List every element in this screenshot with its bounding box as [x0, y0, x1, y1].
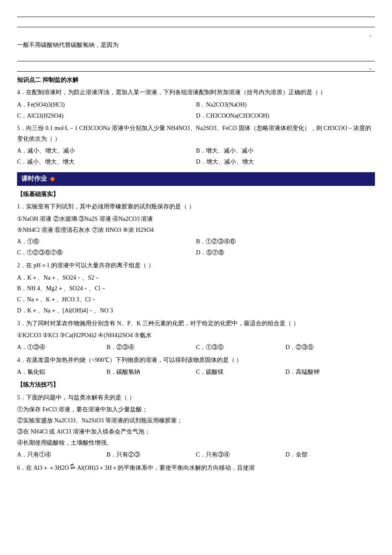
q5-option-c: C．减小、增大、增大: [17, 157, 196, 167]
section2-title: 知识点二 抑制盐的水解: [17, 75, 375, 85]
q4-options-cd: C．AlCl3(H2SO4) D．CH3COONa(CH3COOH): [17, 111, 375, 121]
q5b-item-2: ②实验室盛放 Na2CO3、Na2SiO3 等溶液的试剂瓶应用橡胶塞；: [17, 416, 375, 426]
q5b-item-3: ③在 NH4Cl 或 AlCl3 溶液中加入镁条会产生气泡；: [17, 427, 375, 437]
period-end-1: 。: [17, 29, 375, 39]
q2-option-c: C．Na＋、K＋、HCO 3、Cl－: [17, 295, 375, 305]
q2-option-d: D．K＋、Na＋、[Al(OH)4]－、NO 3: [17, 306, 375, 316]
q1-option-b: B．①②③④⑥: [196, 237, 375, 247]
q3-option-d: D．②③⑤: [285, 342, 375, 353]
q4-option-c: C．AlCl3(H2SO4): [17, 111, 196, 121]
q3-options: A．①③④ B．②③④ C．①③⑤ D．②③⑤: [17, 342, 375, 353]
q3-option-a: A．①③④: [17, 342, 107, 353]
q5b-option-b: B．只有②③: [107, 450, 196, 460]
intro-text: 一般不用碳酸钠代替碳酸氢钠，是因为: [17, 40, 375, 50]
top-line-1: [17, 9, 375, 17]
q5-option-d: D．增大、减小、增大: [196, 157, 375, 167]
question-3: 3．为了同时对某农作物施用分别含有 N、P、K 三种元素的化肥，对于给定的化肥中…: [17, 318, 375, 329]
q2-option-a: A．K＋、Na＋、SO24－、S2－: [17, 273, 375, 283]
q1-options-ab: A．①⑥ B．①②③④⑥: [17, 237, 375, 247]
section-basic: 【练基础落实】: [17, 189, 375, 199]
top-line-2: [17, 19, 375, 27]
q1-items2: ⑤NH4Cl 溶液 ⑥澄清石灰水 ⑦浓 HNO3 ⑧浓 H2SO4: [17, 225, 375, 235]
question-5b: 5．下面的问题中，与盐类水解有关的是（ ）: [17, 393, 375, 403]
q5-option-b: B．增大、减小、减小: [196, 146, 375, 156]
underline-line-2: 。: [17, 62, 375, 72]
course-work-header: 课时作业: [17, 172, 375, 186]
equilibrium-arrow: ⇌ ⇌: [70, 465, 77, 471]
section-method: 【练方法技巧】: [17, 380, 375, 390]
q4-option-a: A．Fe(SO4)3(HCl): [17, 100, 196, 110]
q5b-option-c: C．只有③④: [196, 450, 285, 460]
q3-option-b: B．②③④: [107, 342, 196, 353]
question-4b: 4．在蒸发皿中加热并灼烧（<900℃）下列物质的溶液，可以得到该物质固体的是（ …: [17, 355, 375, 366]
question-1: 1．实验室有下列试剂，其中必须用带橡胶塞的试剂瓶保存的是（ ）: [17, 202, 375, 212]
q4b-option-c: C．硫酸镁: [196, 367, 285, 377]
q2-option-b: B．NH 4、Mg2＋、SO24－、Cl－: [17, 283, 375, 294]
q1-option-d: D．⑤⑦⑧: [196, 248, 375, 258]
q4b-option-b: B．碳酸氢钠: [107, 367, 196, 377]
q3-items: ①K2CO3 ②KCl ③Ca(H2PO4)2 ④(NH4)2SO4 ⑤氨水: [17, 330, 375, 341]
q4b-option-a: A．氯化铝: [17, 367, 107, 377]
q4-option-d: D．CH3COONa(CH3COOH): [196, 111, 375, 121]
q4-option-b: B．Na2CO3(NaOH): [196, 100, 375, 110]
q1-option-c: C．①②③⑥⑦⑧: [17, 248, 196, 258]
header-dot: [50, 177, 55, 181]
q5b-option-d: D．全部: [285, 450, 375, 460]
q5b-item-1: ①为保存 FeCl3 溶液，要在溶液中加入少量盐酸；: [17, 405, 375, 415]
q4-options: A．Fe(SO4)3(HCl) B．Na2CO3(NaOH): [17, 100, 375, 110]
q4b-option-d: D．高锰酸钾: [285, 367, 375, 377]
underline-line-1: [17, 52, 375, 61]
question-6: 6．在 Al3＋＋3H2O ⇌ ⇌ Al(OH)3＋3H＋的平衡体系中，要使平衡…: [17, 463, 375, 474]
question-2: 2．在 pH＝1 的溶液中可以大量共存的离子组是（ ）: [17, 260, 375, 271]
q3-option-c: C．①③⑤: [196, 342, 285, 353]
q4b-options: A．氯化铝 B．碳酸氢钠 C．硫酸镁 D．高锰酸钾: [17, 367, 375, 377]
q5-option-a: A．减小、增大、减小: [17, 146, 196, 156]
q5b-option-a: A．只有①④: [17, 450, 107, 460]
q1-option-a: A．①⑥: [17, 237, 196, 247]
q1-options-cd: C．①②③⑥⑦⑧ D．⑤⑦⑧: [17, 248, 375, 258]
q5b-options: A．只有①④ B．只有②③ C．只有③④ D．全部: [17, 450, 375, 460]
q1-items: ①NaOH 溶液 ②水玻璃 ③Na2S 溶液 ④Na2CO3 溶液: [17, 214, 375, 224]
q5b-item-4: ④长期使用硫酸铵，土壤酸性增强。: [17, 438, 375, 448]
page-content: 。 一般不用碳酸钠代替碳酸氢钠，是因为 。 知识点二 抑制盐的水解 4．在配制溶…: [17, 9, 375, 474]
q5-options-cd: C．减小、增大、增大 D．增大、减小、增大: [17, 157, 375, 167]
question-4: 4．在配制溶液时，为防止溶液浑浊，需加入某一溶液，下列各组溶液配制时所加溶液（括…: [17, 87, 375, 98]
q5-options-ab: A．减小、增大、减小 B．增大、减小、减小: [17, 146, 375, 156]
question-5: 5．向三份 0.1 mol·L－1 CH3COONa 溶液中分别加入少量 NH4…: [17, 123, 375, 144]
